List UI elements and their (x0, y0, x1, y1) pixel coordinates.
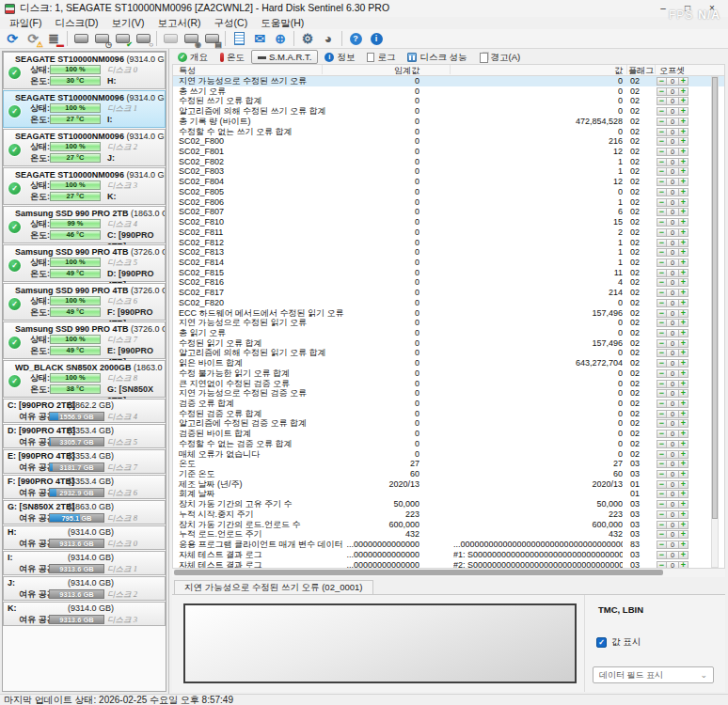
horizontal-scrollbar-thumb[interactable] (174, 570, 663, 575)
offset-minus-button[interactable]: − (657, 178, 667, 186)
offset-plus-button[interactable]: + (678, 228, 688, 237)
offset-plus-button[interactable]: + (678, 239, 688, 247)
vertical-scrollbar-thumb[interactable] (712, 77, 718, 519)
disk-disabled-icon[interactable] (160, 30, 181, 48)
offset-plus-button[interactable]: + (678, 137, 688, 146)
offset-minus-button[interactable]: − (657, 359, 667, 368)
offset-plus-button[interactable]: + (678, 289, 688, 297)
offset-minus-button[interactable]: − (657, 410, 667, 418)
tab-information[interactable]: 정보 (319, 51, 360, 64)
table-row[interactable]: 지연 가능성으로 수정된 검증 오류0002−0+ (173, 388, 724, 399)
table-row[interactable]: 수정할 수 없는 쓰기 오류 합계0002−0+ (173, 127, 724, 137)
table-row[interactable]: 매체 오류가 없습니다0002−0+ (173, 449, 724, 460)
offset-minus-button[interactable]: − (657, 278, 667, 287)
table-row[interactable]: 총 읽기 오류0002−0+ (173, 328, 724, 338)
offset-minus-button[interactable]: − (657, 540, 667, 549)
offset-plus-button[interactable]: + (678, 319, 688, 327)
offset-plus-button[interactable]: + (678, 349, 688, 357)
offset-plus-button[interactable]: + (678, 269, 688, 277)
offset-plus-button[interactable]: + (678, 128, 688, 136)
table-row[interactable]: 총 기록 량 (바이트)0472,854,52802−0+ (173, 117, 724, 127)
table-row[interactable]: 수정된 쓰기 오류 합계0002−0+ (173, 96, 724, 106)
offset-plus-button[interactable]: + (678, 480, 688, 489)
menu-item[interactable]: 보고서(R) (151, 17, 208, 29)
offset-minus-button[interactable]: − (657, 208, 667, 216)
disk-search-icon[interactable]: ○ (133, 30, 153, 48)
offset-minus-button[interactable]: − (657, 269, 667, 277)
offset-plus-button[interactable]: + (678, 389, 688, 398)
offset-plus-button[interactable]: + (678, 430, 688, 438)
table-row[interactable]: 읽은 바이트 합계0643,272,70402−0+ (173, 358, 724, 368)
offset-plus-button[interactable]: + (678, 339, 688, 348)
disk-clock-icon[interactable]: ◷ (91, 30, 112, 48)
offset-plus-button[interactable]: + (678, 510, 688, 519)
offset-minus-button[interactable]: − (657, 380, 667, 388)
offset-minus-button[interactable]: − (657, 490, 667, 498)
offset-minus-button[interactable]: − (657, 389, 667, 398)
offset-plus-button[interactable]: + (678, 218, 688, 227)
offset-plus-button[interactable]: + (678, 540, 688, 549)
offset-minus-button[interactable]: − (657, 158, 667, 166)
table-row[interactable]: SC02_F8120102−0+ (173, 238, 724, 248)
menu-item[interactable]: 구성(C) (208, 17, 255, 29)
offset-minus-button[interactable]: − (657, 510, 667, 519)
partition-list-item[interactable]: H:(9314.0 GB)여유 공간9313.6 GB디스크 0 (3, 525, 166, 550)
table-row[interactable]: 알고리즘에 수정된 검증 오류 합계0002−0+ (173, 418, 724, 429)
table-row[interactable]: 수정할 수 없는 검증 오류 합계0002−0+ (173, 439, 724, 449)
disk-list-item[interactable]: Samsung SSD 990 PRO 4TB (3726.0 GB)✓상태:1… (3, 283, 166, 321)
disk-list-item[interactable]: WD_BLACK SN850X 2000GB (1863.0 GB)✓상태:10… (3, 360, 166, 398)
table-row[interactable]: SC02_F8200002−0+ (173, 298, 724, 308)
offset-plus-button[interactable]: + (678, 380, 688, 388)
offset-minus-button[interactable]: − (657, 319, 667, 327)
offset-minus-button[interactable]: − (657, 551, 667, 559)
menu-item[interactable]: 파일(F) (3, 17, 48, 29)
offset-minus-button[interactable]: − (657, 500, 667, 509)
offset-minus-button[interactable]: − (657, 77, 667, 86)
offset-minus-button[interactable]: − (657, 369, 667, 378)
email-icon[interactable]: ✉ (249, 30, 270, 48)
disk-camera-icon[interactable]: ◉ (181, 30, 201, 48)
table-row[interactable]: SC02_F81501102−0+ (173, 268, 724, 278)
offset-plus-button[interactable]: + (678, 248, 688, 257)
offset-plus-button[interactable]: + (678, 299, 688, 307)
offset-plus-button[interactable]: + (678, 107, 688, 116)
table-row[interactable]: 총 쓰기 오류0002−0+ (173, 86, 724, 97)
partition-list-item[interactable]: C: [990PRO 2TB](1862.2 GB)여유 공간1556.9 GB… (3, 399, 166, 423)
menu-item[interactable]: 도움말(H) (254, 17, 310, 29)
offset-minus-button[interactable]: − (657, 118, 667, 126)
table-row[interactable]: 검증된 바이트 합계0002−0+ (173, 429, 724, 439)
table-row[interactable]: SC02_F80401202−0+ (173, 177, 724, 187)
offset-minus-button[interactable]: − (657, 460, 667, 468)
tab-temperature[interactable]: 온도 (214, 51, 250, 64)
table-row[interactable]: SC02_F800021602−0+ (173, 136, 724, 147)
vertical-scrollbar[interactable] (711, 76, 719, 568)
offset-plus-button[interactable]: + (678, 521, 688, 529)
menu-item[interactable]: 보기(V) (105, 17, 151, 29)
table-row[interactable]: 지연 가능성으로 수정된 쓰기 오류0002−0+ (173, 76, 724, 86)
data-field-dropdown[interactable]: 데이터 필드 표시 ⌄ (593, 666, 714, 683)
offset-minus-button[interactable]: − (657, 137, 667, 146)
offset-minus-button[interactable]: − (657, 430, 667, 438)
offset-minus-button[interactable]: − (657, 400, 667, 408)
disk-list-item[interactable]: SEAGATE ST10000NM0096 (9314.0 GB)✓상태:100… (3, 52, 166, 89)
offset-plus-button[interactable]: + (678, 188, 688, 196)
table-row[interactable]: SC02_F817021402−0+ (173, 288, 724, 298)
offset-minus-button[interactable]: − (657, 248, 667, 257)
partition-list-item[interactable]: G: [SN850X 2TB](1863.0 GB)여유 공간795.1 GB디… (3, 500, 166, 525)
offset-minus-button[interactable]: − (657, 480, 667, 489)
table-row[interactable]: 기준 온도606003−0+ (173, 469, 724, 479)
menu-item[interactable]: 디스크(D) (48, 17, 104, 29)
disk-list-item[interactable]: SEAGATE ST10000NM0096 (9314.0 GB)✓상태:100… (3, 167, 166, 205)
offset-minus-button[interactable]: − (657, 329, 667, 337)
refresh-warning-icon[interactable]: ⟳⚠ (23, 30, 43, 48)
table-row[interactable]: 회계 날짜01−0+ (173, 489, 724, 499)
table-row[interactable]: 누적 로드.언로드 주기43243203−0+ (173, 529, 724, 540)
offset-minus-button[interactable]: − (657, 167, 667, 176)
offset-minus-button[interactable]: − (657, 107, 667, 116)
offset-plus-button[interactable]: + (678, 530, 688, 539)
tab-log[interactable]: 로그 (361, 51, 401, 64)
offset-plus-button[interactable]: + (678, 158, 688, 166)
offset-plus-button[interactable]: + (678, 77, 688, 86)
table-row[interactable]: 제조 날짜 (년/주)2020/132020/1301−0+ (173, 479, 724, 490)
table-row[interactable]: 수정 불가능한 읽기 오류 합계0002−0+ (173, 368, 724, 379)
